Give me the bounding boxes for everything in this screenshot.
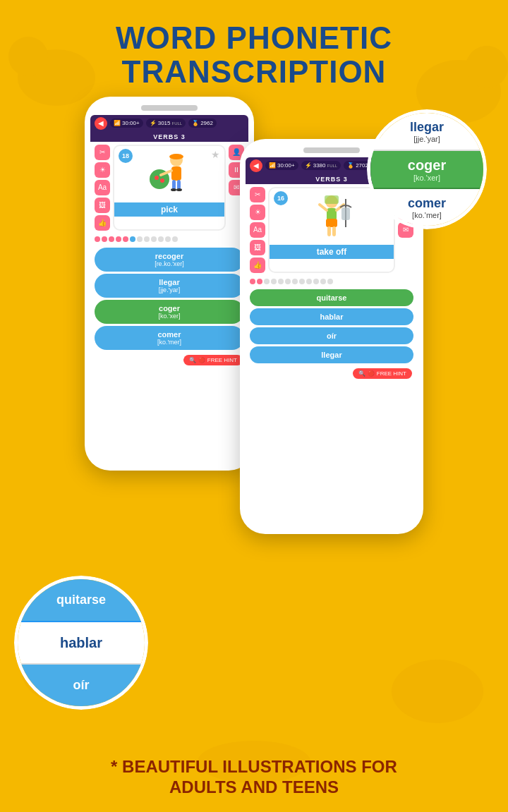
dot-r	[264, 279, 270, 284]
svg-point-17	[176, 188, 182, 191]
bottom-text-area: * BEAUTIFUL ILLUSTRATIONS FOR ADULTS AND…	[0, 757, 508, 798]
dot	[130, 236, 135, 242]
dot	[95, 236, 100, 242]
svg-line-21	[320, 205, 327, 210]
icon-brightness[interactable]: ☀	[95, 162, 110, 178]
icon-like-r[interactable]: 👍	[250, 257, 265, 273]
dot-r	[278, 279, 284, 284]
answer-btn-1-left[interactable]: recoger [re.ko.'xer]	[95, 248, 244, 272]
dot-r	[313, 279, 319, 284]
svg-rect-14	[172, 180, 176, 190]
icon-scissors[interactable]: ✂	[95, 145, 110, 160]
bubble-left-word-1: quitarse	[56, 593, 106, 607]
bubble-right-phonetic-1: [jje.'yar]	[413, 135, 440, 143]
dot	[137, 236, 143, 242]
dot-r	[257, 279, 262, 284]
dot-r	[250, 279, 255, 284]
bubble-right-phonetic-2: [ko.'xer]	[413, 174, 440, 182]
answer-btn-1-right[interactable]: quitarse	[250, 289, 413, 306]
hint-bar-left: 🔍 🔴 FREE HINT	[90, 352, 248, 368]
stat-xp-left: ⚡ 3015 FULL	[146, 119, 186, 128]
icon-brightness-r[interactable]: ☀	[250, 205, 265, 220]
svg-point-11	[169, 154, 183, 159]
answer-btn-4-right[interactable]: llegar	[250, 346, 413, 363]
icon-like[interactable]: 👍	[95, 215, 110, 231]
stat-coins-left: 🏅 2962	[188, 119, 217, 128]
title-line1: WORD PHONETIC	[0, 21, 508, 55]
section-title-left: VERBS 3	[90, 132, 248, 142]
dot-r	[299, 279, 305, 284]
bubble-right-phonetic-3: [ko.'mer]	[412, 211, 442, 219]
svg-point-8	[155, 176, 159, 180]
svg-rect-20	[326, 219, 337, 227]
left-side-icons-right: ✂ ☀ Aa 🖼 👍	[250, 187, 265, 273]
svg-point-5	[392, 660, 483, 723]
icon-image[interactable]: 🖼	[95, 198, 110, 213]
stat-time-left: 📶 30:00+	[110, 119, 143, 128]
dot-r	[271, 279, 277, 284]
dot-r	[327, 279, 333, 284]
level-badge-right: 16	[274, 191, 288, 205]
hint-button-right[interactable]: 🔍 🔴 FREE HINT	[353, 368, 412, 379]
icon-text[interactable]: Aa	[95, 180, 110, 195]
answer-btn-4-left[interactable]: comer [ko.'mer]	[95, 326, 244, 350]
back-button-right[interactable]: ◀	[250, 159, 262, 172]
icon-text-r[interactable]: Aa	[250, 222, 265, 238]
bottom-line2: ADULTS AND TEENS	[21, 777, 487, 798]
hint-button-left[interactable]: 🔍 🔴 FREE HINT	[183, 355, 243, 365]
icon-image-r[interactable]: 🖼	[250, 240, 265, 255]
dot	[158, 236, 164, 242]
icon-scissors-r[interactable]: ✂	[250, 187, 265, 202]
dot	[151, 236, 157, 242]
bubble-left-word-3: oír	[73, 678, 89, 693]
dot-r	[320, 279, 326, 284]
dot	[102, 236, 107, 242]
dot	[109, 236, 114, 242]
svg-rect-24	[327, 226, 331, 236]
main-title-area: WORD PHONETIC TRANSCRIPTION	[0, 0, 508, 90]
word-card-left: 18 ★	[113, 145, 226, 231]
card-word-right: take off	[270, 245, 394, 259]
phone-left: ◀ 📶 30:00+ ⚡ 3015 FULL 🏅 2962 VERBS 3	[85, 97, 254, 471]
bubble-right-word-1: llegar	[410, 120, 444, 135]
answer-btn-2-right[interactable]: hablar	[250, 308, 413, 325]
stat-time-right: 📶 30:00+	[265, 161, 298, 170]
phone-bar-left: ◀ 📶 30:00+ ⚡ 3015 FULL 🏅 2962	[90, 115, 248, 132]
dot	[144, 236, 150, 242]
svg-point-16	[171, 188, 176, 191]
dot	[116, 236, 121, 242]
star-left[interactable]: ★	[211, 149, 220, 160]
phone-screen-left: ◀ 📶 30:00+ ⚡ 3015 FULL 🏅 2962 VERBS 3	[90, 115, 248, 461]
title-line2: TRANSCRIPTION	[0, 55, 508, 89]
bottom-line1: * BEAUTIFUL ILLUSTRATIONS FOR	[21, 757, 487, 777]
dot	[123, 236, 128, 242]
answer-btn-3-left[interactable]: coger [ko.'xer]	[95, 300, 244, 324]
answer-btn-2-left[interactable]: llegar [jje.'yar]	[95, 274, 244, 298]
svg-rect-27	[341, 207, 350, 220]
back-button-left[interactable]: ◀	[95, 117, 107, 130]
svg-rect-23	[325, 195, 339, 204]
left-side-icons: ✂ ☀ Aa 🖼 👍	[95, 145, 110, 231]
level-badge-left: 18	[119, 149, 133, 163]
svg-point-9	[160, 178, 164, 183]
phone-notch-left	[141, 105, 198, 111]
dot	[165, 236, 171, 242]
phone-notch-right	[303, 147, 360, 153]
progress-dots-right	[246, 276, 418, 287]
dot-r	[292, 279, 298, 284]
progress-dots-left	[90, 234, 248, 245]
dot	[172, 236, 178, 242]
bubble-left: quitarse hablar oír	[14, 576, 148, 710]
svg-rect-15	[177, 180, 181, 190]
bubble-right-word-3: comer	[408, 196, 446, 211]
answer-btn-3-right[interactable]: oír	[250, 327, 413, 344]
card-word-left: pick	[114, 202, 224, 217]
bubble-left-word-2: hablar	[60, 635, 102, 651]
svg-rect-25	[332, 226, 336, 236]
svg-rect-12	[171, 166, 181, 181]
bubble-right-word-2: coger	[408, 157, 446, 174]
dot-r	[285, 279, 291, 284]
hint-bar-right: 🔍 🔴 FREE HINT	[246, 365, 418, 382]
dot-r	[306, 279, 312, 284]
stat-xp-right: ⚡ 3380 FULL	[301, 161, 341, 170]
